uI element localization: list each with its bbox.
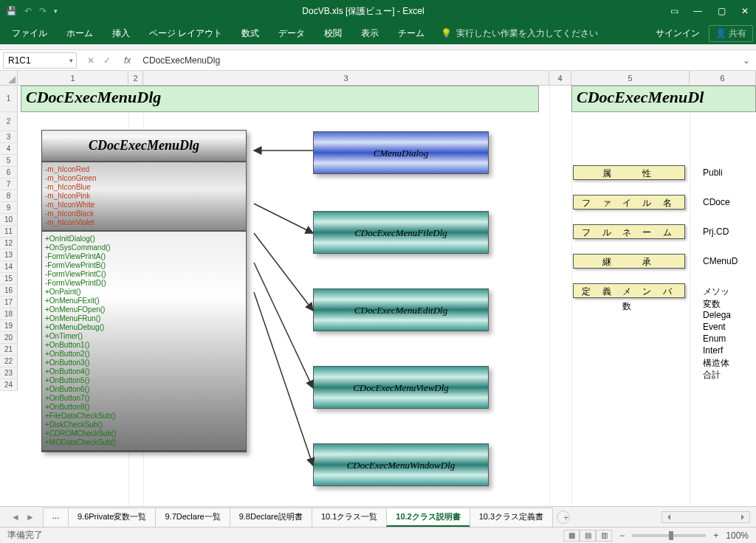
row-header[interactable]: 16 (0, 285, 18, 297)
row-header[interactable]: 4 (0, 143, 18, 155)
row-header[interactable]: 9 (0, 202, 18, 214)
row-header[interactable]: 23 (0, 367, 18, 379)
row-header[interactable]: 8 (0, 190, 18, 202)
class-member: +OnButton6() (44, 385, 244, 394)
property-value[interactable]: Publi (703, 167, 756, 178)
row-header[interactable]: 10 (0, 214, 18, 226)
col-header[interactable]: 4 (549, 71, 571, 85)
property-value[interactable]: 合計 (703, 369, 756, 381)
property-label: 属 性 (573, 165, 685, 180)
row-header[interactable]: 5 (0, 155, 18, 167)
related-class-box: CDocExecMenuEditDlg (313, 288, 489, 331)
row-header[interactable]: 11 (0, 226, 18, 238)
view-buttons[interactable]: ▦▤▥ (563, 530, 612, 542)
property-value[interactable]: Enum (703, 333, 756, 344)
property-value[interactable]: 構造体 (703, 357, 756, 370)
tab-nav[interactable]: ◄► (9, 511, 43, 524)
col-header[interactable]: 6 (690, 71, 756, 85)
svg-line-3 (254, 263, 313, 388)
tab-layout[interactable]: ページ レイアウト (140, 23, 231, 44)
row-header[interactable]: 12 (0, 238, 18, 249)
tell-me-text: 実行したい作業を入力してください (456, 27, 598, 40)
close-icon[interactable]: ✕ (740, 6, 750, 16)
col-header[interactable]: 2 (128, 71, 143, 85)
zoom-out-button[interactable]: − (619, 530, 625, 541)
cell-title[interactable]: CDocExecMenuDlg (21, 86, 539, 112)
row-header[interactable]: 13 (0, 249, 18, 261)
status-bar: 準備完了 ▦▤▥ − + 100% (0, 527, 756, 543)
sheet-tab[interactable]: ... (43, 508, 69, 527)
signin-link[interactable]: サインイン (656, 27, 700, 40)
undo-icon[interactable]: ↶ (24, 6, 32, 16)
property-value[interactable]: 変数 (703, 298, 756, 311)
row-header[interactable]: 21 (0, 344, 18, 356)
property-value[interactable]: Interf (703, 345, 756, 356)
property-value[interactable]: Delega (703, 310, 756, 320)
col-header[interactable]: 5 (571, 71, 690, 85)
tab-home[interactable]: ホーム (58, 23, 102, 44)
tab-insert[interactable]: 挿入 (103, 23, 139, 44)
minimize-icon[interactable]: ― (693, 6, 703, 16)
class-member: -FormViewPrintB() (44, 261, 244, 270)
property-value[interactable]: メソッ (703, 286, 756, 298)
row-header[interactable]: 24 (0, 379, 18, 391)
add-sheet-button[interactable]: + (557, 511, 570, 524)
tell-me[interactable]: 💡 実行したい作業を入力してください (441, 27, 598, 40)
cell-title-2[interactable]: CDocExecMenuDl (571, 86, 756, 112)
class-private-members: -m_hIconRed-m_hIconGreen-m_hIconBlue-m_h… (42, 162, 246, 232)
row-header[interactable]: 6 (0, 167, 18, 179)
row-header[interactable]: 2 (0, 112, 18, 131)
tab-file[interactable]: ファイル (3, 23, 56, 44)
row-header[interactable]: 19 (0, 320, 18, 332)
row-header[interactable]: 22 (0, 356, 18, 367)
fx-icon[interactable]: fx (118, 55, 137, 66)
zoom-level[interactable]: 100% (726, 530, 749, 541)
sheet-tab[interactable]: 10.3クラス定義書 (470, 508, 553, 527)
tab-data[interactable]: データ (269, 23, 314, 44)
formula-expand-icon[interactable]: ⌄ (737, 55, 756, 66)
row-header[interactable]: 15 (0, 273, 18, 285)
row-header[interactable]: 3 (0, 131, 18, 143)
property-value[interactable]: Prj.CD (703, 226, 756, 237)
zoom-in-button[interactable]: + (713, 530, 718, 541)
property-value[interactable]: Event (703, 322, 756, 332)
row-header[interactable]: 1 (0, 86, 18, 112)
row-header[interactable]: 17 (0, 297, 18, 308)
property-value[interactable]: CDoce (703, 197, 756, 207)
row-header[interactable]: 14 (0, 261, 18, 273)
name-box[interactable]: R1C1 (3, 52, 77, 69)
normal-view-icon[interactable]: ▦ (563, 530, 580, 542)
sheet-tab[interactable]: 10.1クラス一覧 (312, 508, 387, 527)
col-header[interactable]: 3 (143, 71, 549, 85)
tab-review[interactable]: 校閲 (315, 23, 351, 44)
horizontal-scrollbar[interactable] (662, 511, 750, 523)
sheet-tab[interactable]: 9.8Declare説明書 (230, 508, 312, 527)
row-header[interactable]: 18 (0, 308, 18, 320)
save-icon[interactable]: 💾 (6, 6, 17, 16)
sheet-tab[interactable]: 9.7Declare一覧 (155, 508, 230, 527)
class-member: -FormViewPrintA() (44, 252, 244, 261)
tab-formula[interactable]: 数式 (233, 23, 268, 44)
sheet-tab[interactable]: 10.2クラス説明書 (386, 508, 470, 527)
share-button[interactable]: 👤 共有 (709, 25, 753, 42)
redo-icon[interactable]: ↷ (39, 6, 47, 16)
zoom-slider[interactable] (632, 534, 706, 537)
property-value[interactable]: CMenuD (703, 256, 756, 266)
formula-input[interactable]: CDocExecMenuDlg (137, 55, 737, 66)
col-header[interactable]: 1 (18, 71, 128, 85)
tab-view[interactable]: 表示 (352, 23, 388, 44)
accept-formula-icon[interactable]: ✓ (103, 55, 111, 66)
sheet-tab[interactable]: 9.6Private変数一覧 (68, 508, 157, 527)
worksheet[interactable]: 123456 123456789101112131415161718192021… (0, 71, 756, 506)
page-layout-icon[interactable]: ▤ (580, 530, 596, 542)
page-break-icon[interactable]: ▥ (596, 530, 612, 542)
ribbon-options-icon[interactable]: ▭ (669, 6, 679, 16)
related-class-box: CMenuDialog (313, 131, 489, 174)
row-header[interactable]: 7 (0, 179, 18, 190)
select-all-button[interactable] (0, 71, 18, 86)
row-header[interactable]: 20 (0, 332, 18, 344)
cancel-formula-icon[interactable]: ✕ (87, 55, 94, 66)
tab-team[interactable]: チーム (389, 23, 433, 44)
maximize-icon[interactable]: ▢ (716, 6, 726, 16)
qat-customize-icon[interactable]: ▾ (54, 7, 58, 15)
